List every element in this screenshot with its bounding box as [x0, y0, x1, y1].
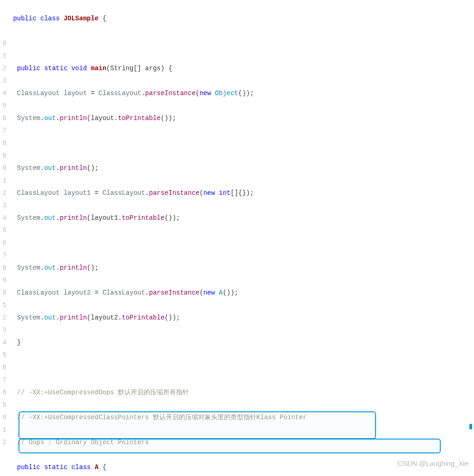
- code-line: // -XX:+UseCompressedOops 默认开启的压缩所有指针: [9, 386, 474, 399]
- line-number: 5: [0, 224, 6, 237]
- code-line: public static void main(String[] args) {: [9, 62, 474, 75]
- line-number: 2: [0, 436, 6, 449]
- line-number: 2: [0, 62, 6, 75]
- line-number: 1: [0, 299, 6, 312]
- line-number: [0, 12, 6, 25]
- line-number: 0: [0, 411, 6, 424]
- code-line: ClassLayout layout = ClassLayout.parseIn…: [9, 87, 474, 100]
- line-number: [0, 0, 6, 12]
- line-number: 5: [0, 100, 6, 112]
- line-number: 8: [0, 137, 6, 150]
- line-number: 7: [0, 125, 6, 137]
- line-number: 2: [0, 187, 6, 199]
- code-line: System.out.println(layout.toPrintable())…: [9, 112, 474, 125]
- line-number: 9: [0, 274, 6, 287]
- code-line: [9, 237, 474, 249]
- code-line: [9, 37, 474, 50]
- line-number: 7: [0, 249, 6, 262]
- line-number: 8: [0, 262, 6, 274]
- code-line: public class JOLSample {: [9, 12, 474, 25]
- code-line: [9, 362, 474, 374]
- line-number: 0: [0, 287, 6, 299]
- line-number: 0: [0, 162, 6, 175]
- line-number: 3: [0, 199, 6, 212]
- line-number-gutter: 0 1 2 3 4 5 6 7 8 9 0 1 2 3 4 5 6 7 8 9 …: [0, 0, 9, 476]
- line-number: 0: [0, 37, 6, 50]
- code-line: // Oops : Ordinary Object Pointers: [9, 436, 474, 449]
- line-number: 9: [0, 399, 6, 411]
- line-number: 6: [0, 112, 6, 125]
- line-number: 4: [0, 212, 6, 224]
- line-number: 6: [0, 362, 6, 374]
- line-number: 1: [0, 424, 6, 436]
- line-number: 9: [0, 150, 6, 162]
- line-number: 5: [0, 349, 6, 362]
- code-line: ClassLayout layout1 = ClassLayout.parseI…: [9, 187, 474, 199]
- line-number: 7: [0, 374, 6, 386]
- line-number: 4: [0, 87, 6, 100]
- line-number: 4: [0, 337, 6, 349]
- line-number: 1: [0, 50, 6, 62]
- line-number: 3: [0, 75, 6, 87]
- code-line: System.out.println(layout1.toPrintable()…: [9, 212, 474, 224]
- line-number: 2: [0, 312, 6, 324]
- watermark-text: CSDN @Laughing_Xie: [397, 457, 468, 470]
- line-number: [0, 25, 6, 37]
- code-line: // -XX:+UseCompressedClassPointers 默认开启的…: [9, 411, 474, 424]
- code-line: ClassLayout layout2 = ClassLayout.parseI…: [9, 287, 474, 299]
- code-line: System.out.println(layout2.toPrintable()…: [9, 312, 474, 324]
- code-line: System.out.println();: [9, 162, 474, 175]
- line-number: 6: [0, 237, 6, 249]
- code-content[interactable]: public class JOLSample { public static v…: [9, 0, 474, 476]
- code-line: System.out.println();: [9, 262, 474, 274]
- code-editor: 0 1 2 3 4 5 6 7 8 9 0 1 2 3 4 5 6 7 8 9 …: [0, 0, 474, 476]
- line-number: 8: [0, 386, 6, 399]
- scroll-marker-icon: [469, 424, 472, 429]
- line-number: 3: [0, 324, 6, 337]
- line-number: 1: [0, 175, 6, 187]
- code-line: [9, 137, 474, 150]
- code-line: }: [9, 337, 474, 349]
